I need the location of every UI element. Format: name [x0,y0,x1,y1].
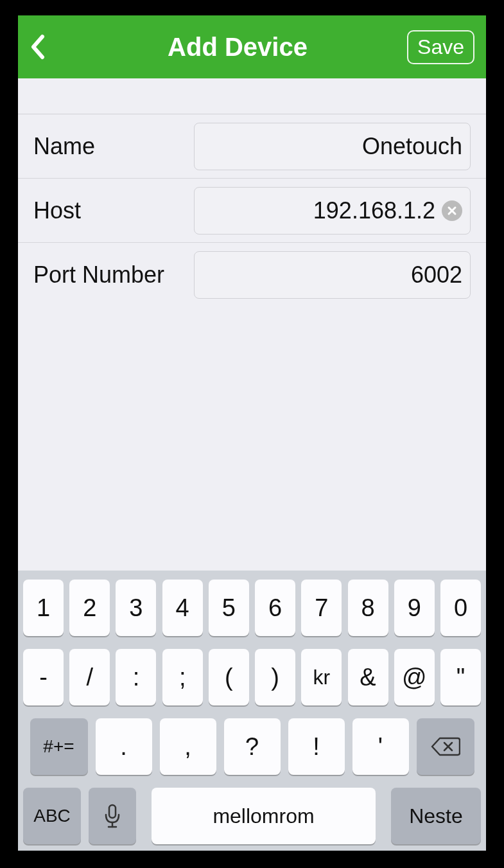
key-abc[interactable]: ABC [23,788,81,844]
key-semicolon[interactable]: ; [162,649,203,705]
port-input[interactable]: 6002 [194,251,471,299]
key-7[interactable]: 7 [301,580,342,636]
key-3[interactable]: 3 [116,580,156,636]
key-1[interactable]: 1 [23,580,64,636]
key-0[interactable]: 0 [440,580,481,636]
row-name: Name Onetouch [18,114,486,179]
name-input[interactable]: Onetouch [194,123,471,170]
row-port: Port Number 6002 [18,243,486,307]
key-9[interactable]: 9 [394,580,435,636]
row-host: Host 192.168.1.2 [18,179,486,243]
page-title: Add Device [68,33,407,62]
header-bar: Add Device Save [18,15,486,78]
key-lparen[interactable]: ( [209,649,249,705]
keyboard-row-3: #+= . , ? ! ' [23,718,481,775]
host-input[interactable]: 192.168.1.2 [194,187,471,235]
svg-rect-4 [109,805,116,818]
chevron-left-icon [30,34,46,60]
app-screen: Add Device Save Name Onetouch Host 192.1… [18,15,486,851]
key-comma[interactable]: , [160,718,216,775]
port-value[interactable]: 6002 [205,261,462,288]
key-mic[interactable] [89,788,136,844]
name-value[interactable]: Onetouch [205,133,462,160]
key-symbols[interactable]: #+= [30,718,88,775]
form-area: Name Onetouch Host 192.168.1.2 Port Numb… [18,78,486,571]
host-value[interactable]: 192.168.1.2 [205,197,435,224]
key-dash[interactable]: - [23,649,64,705]
port-label: Port Number [33,261,194,288]
form-spacer [18,78,486,114]
key-exclaim[interactable]: ! [288,718,345,775]
key-next[interactable]: Neste [391,788,481,844]
key-2[interactable]: 2 [69,580,110,636]
keyboard: 1 2 3 4 5 6 7 8 9 0 - / : ; ( ) kr & @ "… [18,571,486,851]
key-quote[interactable]: " [440,649,481,705]
keyboard-row-4: ABC mellomrom Neste [23,788,481,844]
key-question[interactable]: ? [224,718,281,775]
key-kr[interactable]: kr [301,649,342,705]
clear-host-button[interactable] [442,200,462,221]
backspace-icon [431,736,460,757]
key-8[interactable]: 8 [348,580,388,636]
close-icon [447,206,457,216]
key-slash[interactable]: / [69,649,110,705]
key-backspace[interactable] [417,718,474,775]
key-space[interactable]: mellomrom [152,788,376,844]
keyboard-row-2: - / : ; ( ) kr & @ " [23,649,481,705]
key-4[interactable]: 4 [162,580,203,636]
key-period[interactable]: . [96,718,152,775]
back-button[interactable] [30,34,68,60]
keyboard-row-1: 1 2 3 4 5 6 7 8 9 0 [23,580,481,636]
key-colon[interactable]: : [116,649,156,705]
key-at[interactable]: @ [394,649,435,705]
save-button[interactable]: Save [407,30,474,64]
key-6[interactable]: 6 [255,580,295,636]
host-label: Host [33,197,194,224]
key-amp[interactable]: & [348,649,388,705]
key-rparen[interactable]: ) [255,649,295,705]
key-5[interactable]: 5 [209,580,249,636]
name-label: Name [33,133,194,160]
microphone-icon [103,803,121,829]
key-apostrophe[interactable]: ' [352,718,409,775]
